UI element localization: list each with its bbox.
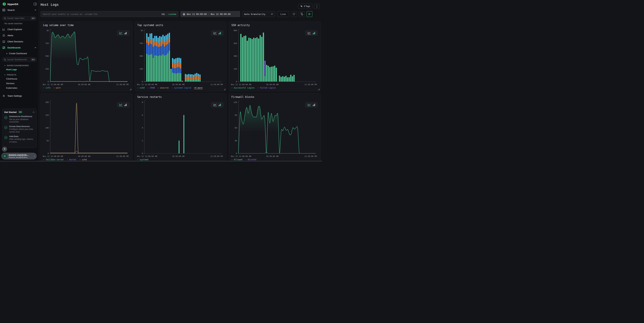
panel-resize-handle[interactable] (130, 89, 131, 90)
search-icon (4, 59, 6, 61)
chart-plot-area[interactable]: 050100150200Nov 11 12:00:00 AM10:30:00 A… (42, 100, 130, 159)
legend-item[interactable]: — Blocked (245, 158, 256, 161)
panel-resize-handle[interactable] (224, 89, 225, 90)
legend-item[interactable]: — systemd-logind (172, 87, 191, 89)
legend-item[interactable]: — sshd (137, 87, 144, 89)
panel-resize-handle[interactable] (318, 89, 320, 90)
event-search-input[interactable]: Search your events w/ Lucene ex. column:… (40, 11, 178, 17)
svg-text:Nov 11 12:00:00 AM: Nov 11 12:00:00 AM (137, 84, 157, 86)
sidebar-item-chart-explorer[interactable]: Chart Explorer (0, 27, 39, 32)
saved-searches-placeholder: Saved Searches (7, 17, 30, 20)
legend-item[interactable]: — anacron (158, 87, 168, 89)
dashboard-panel: Log volume over time02505007501KNov 11 1… (40, 22, 132, 91)
lucene-toggle[interactable]: Lucene (168, 13, 176, 16)
scrollbar[interactable] (0, 161, 322, 162)
refresh-button[interactable] (291, 11, 297, 17)
chart-legend: — fail2ban-server— kernel— sshd (43, 158, 87, 161)
panel-menu-button[interactable] (314, 4, 320, 9)
run-query-button[interactable] (306, 11, 312, 17)
chevron-down-icon (271, 13, 273, 15)
legend-item[interactable]: — Allowed (231, 158, 242, 161)
bar-chart-toggle-icon[interactable] (312, 103, 315, 106)
sidebar-item-dashboards[interactable]: Dashboards (0, 45, 39, 50)
bar-chart-toggle-icon[interactable] (312, 32, 315, 35)
divider (0, 14, 39, 14)
sidebar-item-label: Client Sessions (8, 40, 36, 43)
calendar-icon (183, 13, 185, 16)
legend-item[interactable]: +4 more (194, 87, 202, 89)
line-chart-toggle-icon[interactable] (214, 103, 217, 106)
tag-icon (300, 5, 303, 8)
bar-chart-toggle-icon[interactable] (218, 32, 221, 35)
query-language-toggle: SQL|Lucene (162, 13, 176, 16)
svg-text:500: 500 (140, 55, 143, 57)
legend-item[interactable]: — Successful Logins (231, 87, 254, 89)
sql-toggle[interactable]: SQL (162, 13, 166, 16)
line-chart-toggle-icon[interactable] (119, 32, 122, 35)
sidebar-preset-services[interactable]: Services (0, 82, 39, 85)
svg-text:0: 0 (236, 81, 237, 83)
chevron-up-icon[interactable] (33, 112, 34, 113)
help-button[interactable]: ? (2, 147, 7, 152)
legend-item[interactable]: — Failed Logins (258, 87, 276, 89)
legend-item[interactable]: — kernel (67, 158, 76, 161)
chart-plot-area[interactable]: 0306090120Nov 11 12:00:00 AM10:30:00 AM1… (231, 100, 318, 159)
legend-item[interactable]: — sshd (80, 158, 87, 161)
line-chart-toggle-icon[interactable] (308, 32, 311, 35)
chart-svg: 0150300450600Nov 11 12:00:00 AM10:30:00 … (231, 29, 318, 87)
chart-plot-area[interactable]: 02468Nov 11 12:00:00 AM10:30:00 AM11:30:… (137, 100, 224, 159)
app-logo[interactable]: HyperDX (8, 3, 32, 6)
sidebar-item-alerts[interactable]: Alerts (0, 33, 39, 38)
bar-chart-toggle-icon[interactable] (218, 103, 221, 106)
dashboard-panel: Service restarts02468Nov 11 12:00:00 AM1… (135, 93, 226, 162)
saved-searches-input[interactable]: Saved Searches ⌘K (2, 16, 37, 21)
sidebar-dashboard-host-logs[interactable]: Host Logs (0, 68, 39, 71)
line-chart-toggle-icon[interactable] (214, 32, 217, 35)
sidebar: HyperDX Search Saved Searches ⌘K No save… (0, 0, 39, 162)
bar-chart-toggle-icon[interactable] (124, 32, 127, 35)
get-started-item[interactable]: Create Data SourcesConfigure where your … (4, 125, 34, 133)
chart-svg: 0306090120Nov 11 12:00:00 AM10:30:00 AM1… (231, 100, 318, 159)
line-chart-toggle-icon[interactable] (119, 103, 122, 106)
line-chart-toggle-icon[interactable] (308, 103, 311, 106)
get-started-item[interactable]: Connect to ClickHouseSet up your databas… (4, 115, 34, 123)
chart-type-toggle (117, 30, 130, 36)
sidebar-preset-kubernetes[interactable]: Kubernetes (0, 86, 39, 90)
date-range-picker[interactable]: Nov 11 00:00:00 - Nov 12 00:00:00 (180, 11, 240, 17)
live-button[interactable]: Live (277, 11, 289, 17)
date-range-value: Nov 11 00:00:00 - Nov 12 00:00:00 (187, 13, 230, 16)
chevron-up-icon (34, 47, 36, 48)
create-dashboard-button[interactable]: + Create Dashboard (0, 51, 39, 55)
saved-dashboards-input[interactable]: Saved Dashboards ⌘K (2, 57, 37, 62)
legend-item[interactable]: — CRON (148, 87, 155, 89)
svg-text:10:30:00 AM: 10:30:00 AM (172, 84, 184, 86)
sidebar-preset-clickhouse[interactable]: ClickHouse (0, 77, 39, 80)
svg-text:250: 250 (45, 68, 49, 70)
chart-legend: — systemd (137, 158, 148, 161)
granularity-select[interactable]: Auto Granularity (242, 11, 275, 17)
sidebar-item-team-settings[interactable]: Team Settings (0, 94, 39, 98)
legend-item[interactable]: — info (43, 87, 50, 89)
bar-chart-toggle-icon[interactable] (124, 103, 127, 106)
chart-plot-area[interactable]: 02505007501KNov 11 12:00:00 AM10:30:00 A… (137, 29, 224, 87)
get-started-item-subtitle: Set up your database connection (9, 118, 34, 123)
sidebar-item-label: Search (8, 9, 32, 11)
section-saved-dashboards[interactable]: SAVED DASHBOARDS (0, 65, 39, 67)
sidebar-item-search[interactable]: Search (0, 9, 39, 14)
get-started-card: Get Started 3/3 Connect to ClickHouseSet… (2, 109, 37, 148)
chart-type-toggle (117, 102, 130, 108)
chart-plot-area[interactable]: 02505007501KNov 11 12:00:00 AM10:30:00 A… (42, 29, 130, 87)
get-started-item[interactable]: Add DataStart sending logs, metrics, or … (4, 135, 34, 143)
user-menu[interactable]: D dominic.tran@clic... dominic.tran@clic… (1, 153, 37, 159)
legend-item[interactable]: — systemd (137, 158, 148, 161)
filter-button[interactable] (299, 11, 304, 17)
tags-button[interactable]: 0 Tags (298, 4, 312, 9)
sidebar-collapse-icon[interactable] (34, 3, 37, 6)
legend-item[interactable]: — fail2ban-server (43, 158, 64, 161)
legend-item[interactable]: — warn (53, 87, 60, 89)
chart-plot-area[interactable]: 0150300450600Nov 11 12:00:00 AM10:30:00 … (231, 29, 318, 87)
svg-text:60: 60 (235, 127, 237, 129)
sidebar-item-client-sessions[interactable]: Client Sessions (0, 39, 39, 44)
section-presets[interactable]: PRESETS (0, 74, 39, 76)
filter-edit-icon (300, 13, 303, 16)
